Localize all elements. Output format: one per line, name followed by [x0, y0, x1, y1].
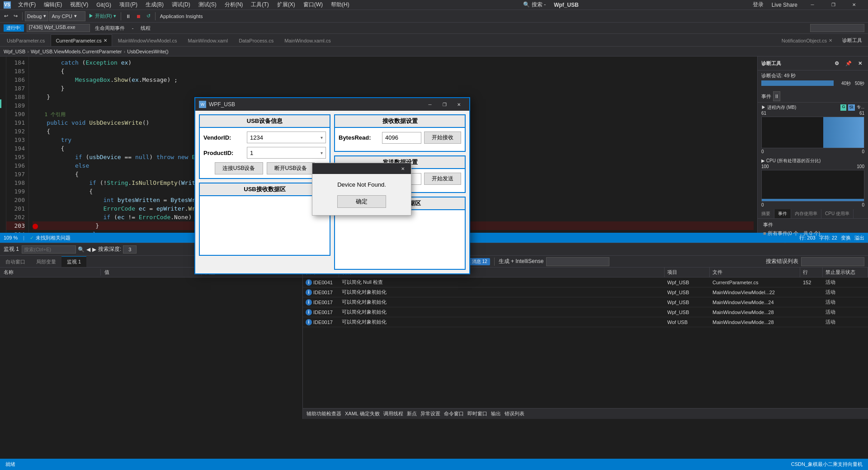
- menu-git[interactable]: Git(G): [93, 1, 115, 9]
- vendor-input[interactable]: 1234 ▾: [247, 132, 326, 143]
- error-row[interactable]: i IDE0017 可以简化对象初始化 Wpf_USB MainWindowVi…: [303, 307, 868, 317]
- wpf-minimize-btn[interactable]: ─: [423, 100, 437, 109]
- menu-search[interactable]: 🔍 搜索 -: [519, 0, 549, 9]
- alert-close-btn[interactable]: ✕: [398, 165, 407, 172]
- menu-project[interactable]: 项目(P): [116, 0, 141, 9]
- lifecycle-events-btn[interactable]: 生命周期事件: [93, 23, 127, 33]
- status-row: 行: 203: [799, 235, 815, 241]
- thread-search-input[interactable]: [810, 24, 864, 32]
- app-insights-btn[interactable]: Application Insights: [158, 11, 205, 21]
- restart-btn[interactable]: ↺: [144, 11, 153, 21]
- error-search-input[interactable]: [801, 257, 864, 266]
- minimize-button[interactable]: ─: [802, 0, 823, 10]
- menu-bar: VS 文件(F) 编辑(E) 视图(V) Git(G) 项目(P) 生成(B) …: [0, 0, 868, 10]
- tab-mainwindow-xaml-cs[interactable]: MainWindow.xaml.cs: [279, 34, 336, 46]
- run-button[interactable]: ▶ 开始(R) ▾: [86, 11, 118, 21]
- local-vars-tab[interactable]: 局部变量: [31, 256, 61, 267]
- process-selector[interactable]: [7436] Wpf_USB.exe: [27, 24, 90, 32]
- menu-test[interactable]: 测试(S): [195, 0, 220, 9]
- restore-button[interactable]: ❐: [823, 0, 844, 10]
- alert-dialog[interactable]: ✕ Device Not Found. 确定: [312, 163, 411, 216]
- tab-bar-right: NotificationObject.cs ✕ 诊断工具: [777, 34, 868, 46]
- col-file: 文件: [710, 268, 800, 277]
- nav-back-icon[interactable]: ◀: [86, 246, 90, 253]
- start-recv-btn[interactable]: 开始接收: [424, 132, 461, 144]
- menu-debug[interactable]: 调试(D): [168, 0, 194, 9]
- toolbar-undo[interactable]: ↩: [2, 11, 10, 21]
- auto-window-tab[interactable]: 自动窗口: [0, 256, 31, 267]
- diag-tab-events[interactable]: 事件: [774, 209, 791, 218]
- menu-window[interactable]: 窗口(W): [300, 0, 326, 9]
- tab-close-icon[interactable]: ✕: [104, 38, 107, 43]
- cpu-dropdown[interactable]: Any CPU ▾: [49, 11, 85, 21]
- search-icon: 🔍: [78, 246, 85, 253]
- menu-edit[interactable]: 编辑(E): [40, 0, 66, 9]
- menu-analyze[interactable]: 分析(N): [221, 0, 247, 9]
- tab-notificationobject[interactable]: NotificationObject.cs ✕: [777, 34, 837, 46]
- pause-diag-btn[interactable]: II: [773, 91, 780, 101]
- diag-pin-btn[interactable]: 📌: [843, 58, 854, 68]
- vendor-arrow: ▾: [321, 135, 323, 140]
- disconnect-usb-btn[interactable]: 断开USB设备: [267, 162, 315, 174]
- close-button[interactable]: ✕: [844, 0, 864, 10]
- start-send-btn[interactable]: 开始发送: [424, 173, 461, 185]
- threads-btn[interactable]: -: [130, 23, 136, 33]
- pause-btn[interactable]: ⏸: [123, 11, 133, 21]
- toolbar-redo[interactable]: ↪: [11, 11, 20, 21]
- send-data-area: [335, 210, 465, 269]
- error-row[interactable]: i IDE0017 可以简化对象初始化 Wpf_USB MainWindowVi…: [303, 287, 868, 297]
- tab-mainwindowviewmodel[interactable]: MainWindowViewModel.cs: [113, 34, 182, 46]
- diag-tab-cpu[interactable]: CPU 使用率: [821, 209, 854, 218]
- connect-usb-btn[interactable]: 连接USB设备: [215, 162, 263, 174]
- watch-1-tab[interactable]: 监视 1: [61, 256, 86, 267]
- wpf-titlebar: W WPF_USB ─ ❐ ✕: [195, 98, 469, 111]
- diag-tools-btn[interactable]: 诊断工具: [840, 35, 864, 45]
- except-settings-label: 异常设置: [420, 410, 440, 417]
- menu-extensions[interactable]: 扩展(X): [274, 0, 299, 9]
- tab-dataprocess[interactable]: DataProcess.cs: [234, 34, 278, 46]
- build-filter[interactable]: [546, 257, 609, 266]
- debug-mode-dropdown[interactable]: Debug ▾: [25, 11, 48, 21]
- diag-close-btn[interactable]: ✕: [856, 58, 864, 68]
- status-no-issues: ✓ 未找到相关问题: [30, 235, 71, 241]
- error-row[interactable]: i IDE0017 可以简化对象初始化 Wof USB MainWindowVi…: [303, 317, 868, 327]
- cpu-zero-right: 0: [862, 202, 864, 207]
- diag-settings-btn[interactable]: ⚙: [832, 58, 841, 68]
- menu-tools[interactable]: 工具(T): [247, 0, 272, 9]
- menu-help[interactable]: 帮助(H): [327, 0, 353, 9]
- wpf-left-panel: USB设备信息 VendorID: 1234 ▾ ProductID: 1 ▾: [199, 114, 330, 270]
- diag-tab-summary[interactable]: 摘要: [758, 209, 774, 218]
- stop-btn[interactable]: ⏹: [134, 11, 143, 21]
- status-col: 字符: 22: [819, 235, 837, 241]
- diag-panel-title: 诊断工具 ⚙ 📌 ✕: [758, 56, 868, 70]
- bytes-read-input[interactable]: 4096: [382, 132, 421, 144]
- left-margin: [0, 56, 6, 233]
- menu-build[interactable]: 生成(B): [142, 0, 167, 9]
- error-row[interactable]: i IDE0041 可以简化 Null 检查 Wpf_USB CurrentPa…: [303, 277, 868, 287]
- usb-info-title: USB设备信息: [200, 115, 330, 128]
- bottom-row: CSDN_象棋最小二乘支持向量机: [791, 461, 863, 468]
- watch-search-input[interactable]: [22, 245, 76, 254]
- tab-mainwindow-xaml[interactable]: MainWindow.xaml: [183, 34, 233, 46]
- error-rows: i IDE0041 可以简化 Null 检查 Wpf_USB CurrentPa…: [303, 277, 868, 327]
- threads-label[interactable]: 线程: [138, 23, 153, 33]
- window-controls: ─ ❐ ✕: [802, 0, 864, 10]
- nav-fwd-icon[interactable]: ▶: [92, 246, 96, 253]
- error-row[interactable]: i IDE0017 可以简化对象初始化 Wpf_USB MainWindowVi…: [303, 297, 868, 307]
- menu-view[interactable]: 视图(V): [66, 0, 92, 9]
- live-share-btn[interactable]: Live Share: [768, 1, 801, 9]
- tab-close-notif-icon[interactable]: ✕: [829, 38, 832, 43]
- recv-settings-section: 接收数据设置 BytesRead: 4096 开始接收: [334, 114, 466, 152]
- depth-input[interactable]: [123, 245, 137, 254]
- tab-usbparameter[interactable]: UsbParameter.cs: [2, 34, 50, 46]
- login-btn[interactable]: 登录: [749, 0, 767, 9]
- diag-tab-memory[interactable]: 内存使用率: [791, 209, 821, 218]
- alert-confirm-btn[interactable]: 确定: [337, 195, 386, 208]
- menu-file[interactable]: 文件(F): [14, 0, 39, 9]
- tab-currentparameter[interactable]: CurrentParameter.cs ✕: [51, 34, 112, 46]
- row-icon: i: [306, 279, 312, 286]
- product-input[interactable]: 1 ▾: [247, 147, 326, 159]
- cpu-100-right: 100: [857, 164, 864, 169]
- wpf-close-btn[interactable]: ✕: [452, 100, 466, 109]
- wpf-restore-btn[interactable]: ❐: [438, 100, 451, 109]
